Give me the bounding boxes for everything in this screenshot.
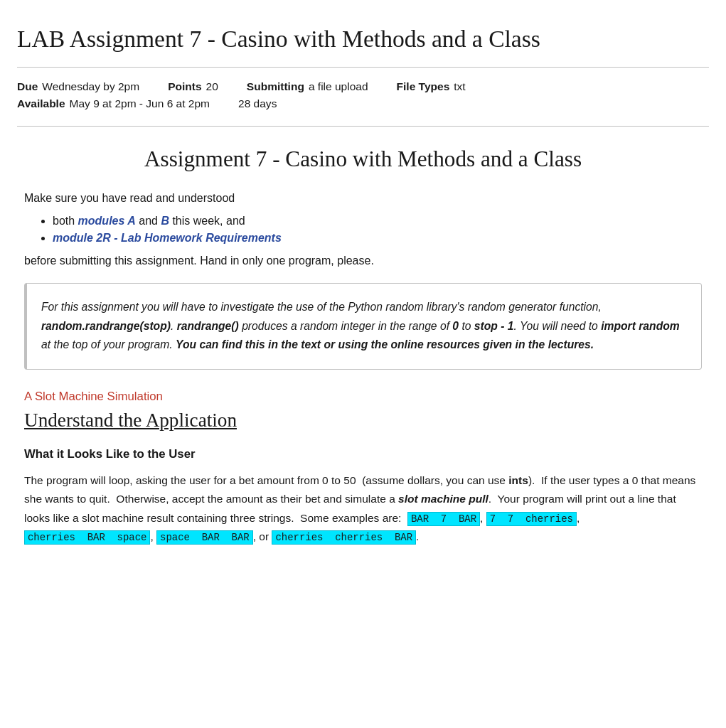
- before-submit-text: before submitting this assignment. Hand …: [24, 255, 702, 267]
- due-value: Wednesday by 2pm: [42, 80, 139, 93]
- find-text-bold: You can find this in the text or using t…: [176, 338, 594, 350]
- points-label: Points: [168, 80, 201, 93]
- submitting-label: Submitting: [247, 80, 304, 93]
- subsection-heading: What it Looks Like to the User: [24, 447, 702, 461]
- info-box: For this assignment you will have to inv…: [24, 283, 702, 370]
- code-example-2: 7 7 cherries: [486, 512, 577, 526]
- body-text: The program will loop, asking the user f…: [24, 471, 702, 547]
- bullet-1-before: both: [53, 215, 78, 227]
- randrange-bold: random.randrange(stop): [41, 320, 171, 332]
- module-b-link[interactable]: B: [161, 215, 169, 227]
- assignment-subtitle: Assignment 7 - Casino with Methods and a…: [24, 146, 702, 172]
- section-underline-heading: Understand the Application: [24, 410, 702, 432]
- file-types-value: txt: [454, 80, 465, 93]
- due-label: Due: [17, 80, 38, 93]
- main-title: LAB Assignment 7 - Casino with Methods a…: [17, 14, 709, 68]
- ints-bold: ints: [508, 474, 528, 486]
- bullet-1-between: and: [139, 215, 161, 227]
- content-area: Assignment 7 - Casino with Methods and a…: [17, 146, 709, 547]
- available-value: May 9 at 2pm - Jun 6 at 2pm: [70, 97, 210, 110]
- modules-a-link[interactable]: modules A: [78, 215, 136, 227]
- page-wrapper: LAB Assignment 7 - Casino with Methods a…: [0, 0, 726, 585]
- module-2r-link[interactable]: module 2R - Lab Homework Requirements: [53, 232, 282, 244]
- points-value: 20: [206, 80, 218, 93]
- bullet-1-after: this week, and: [172, 215, 245, 227]
- stop-bold: stop - 1: [474, 320, 514, 332]
- code-example-5: cherries cherries BAR: [272, 530, 416, 545]
- list-item-1: both modules A and B this week, and: [53, 215, 702, 228]
- file-types-label: File Types: [397, 80, 450, 93]
- available-days: 28 days: [238, 97, 277, 110]
- code-example-3: cherries BAR space: [24, 530, 150, 545]
- import-bold: import random: [601, 320, 680, 332]
- info-box-text: For this assignment you will have to inv…: [41, 298, 684, 355]
- code-example-1: BAR 7 BAR: [407, 512, 480, 526]
- section-red-heading: A Slot Machine Simulation: [24, 390, 702, 404]
- zero-bold: 0: [452, 320, 459, 332]
- bullet-list: both modules A and B this week, and modu…: [53, 215, 702, 245]
- meta-row-1: Due Wednesday by 2pm Points 20 Submittin…: [17, 80, 709, 93]
- code-example-4: space BAR BAR: [156, 530, 253, 545]
- intro-text: Make sure you have read and understood: [24, 192, 702, 205]
- available-label: Available: [17, 97, 65, 110]
- list-item-2: module 2R - Lab Homework Requirements: [53, 232, 702, 245]
- submitting-value: a file upload: [309, 80, 368, 93]
- randrange-func-bold: randrange(): [177, 320, 239, 332]
- meta-row-2: Available May 9 at 2pm - Jun 6 at 2pm 28…: [17, 97, 709, 110]
- meta-section: Due Wednesday by 2pm Points 20 Submittin…: [17, 80, 709, 127]
- slot-machine-bold: slot machine pull: [398, 493, 489, 505]
